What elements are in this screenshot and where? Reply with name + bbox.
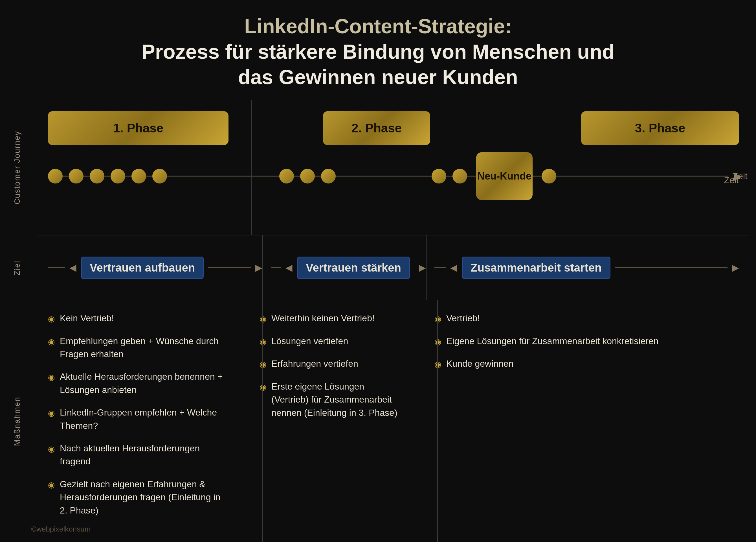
bullet-icon-2-1: ◉: [260, 313, 266, 325]
bullet-2-2: ◉ Lösungen vertiefen: [260, 335, 403, 348]
ziel-arrow-1r: ▶: [255, 262, 262, 273]
bullet-2-1: ◉ Weiterhin keinen Vertrieb!: [260, 312, 403, 325]
phase1-circles: [48, 169, 167, 183]
bullet-icon-1-6: ◉: [48, 479, 55, 491]
bullet-icon-2-2: ◉: [260, 336, 266, 348]
bullet-icon-1-1: ◉: [48, 313, 55, 325]
bullet-icon-2-4: ◉: [260, 382, 266, 393]
phase2-box: 2. Phase: [323, 111, 430, 145]
circle-1: [48, 169, 63, 183]
timeline-row: ▶: [37, 156, 750, 196]
ziel-arrow-2r: ▶: [419, 262, 426, 273]
ziel-line-3a: [434, 267, 446, 268]
phase3-circles: Neu-Kunde: [432, 152, 556, 200]
bullet-2-3: ◉ Erfahrungen vertiefen: [260, 357, 403, 370]
v-divider-2: [415, 100, 415, 235]
circle-5: [131, 169, 146, 183]
phase-section: 1. Phase 2. Phase 3. Phase ▶: [37, 100, 750, 235]
massnahmen-section: ◉ Kein Vertrieb! ◉ Empfehlungen geben + …: [37, 301, 750, 542]
ziel-line-2a: [271, 267, 281, 268]
massnahmen-col1: ◉ Kein Vertrieb! ◉ Empfehlungen geben + …: [48, 312, 245, 534]
v-divider-1: [251, 100, 252, 235]
phase2-circles: [279, 169, 336, 183]
bullet-1-3: ◉ Aktuelle Herausforderungen benennen + …: [48, 370, 228, 396]
bullet-1-5: ◉ Nach aktuellen Herausforderungen frage…: [48, 442, 228, 468]
ziel-section: ◀ Vertrauen aufbauen ▶ ◀ Vertrauen stärk…: [37, 235, 750, 301]
bullet-1-1: ◉ Kein Vertrieb!: [48, 312, 228, 325]
mass-v-divider-2: [437, 301, 438, 542]
title-prefix: LinkedIn-Content-Strategie:: [244, 15, 512, 38]
bullet-icon-1-5: ◉: [48, 444, 55, 455]
copyright: ©webpixelkonsum: [31, 525, 91, 534]
bullet-icon-3-2: ◉: [434, 336, 441, 348]
ziel-arrow-3: ◀: [450, 262, 457, 273]
circle-10: [432, 169, 446, 183]
bullet-1-4: ◉ LinkedIn-Gruppen empfehlen + Welche Th…: [48, 406, 228, 432]
circle-3: [90, 169, 104, 183]
ziel-label-1: Vertrauen aufbauen: [81, 256, 204, 279]
circle-9: [321, 169, 336, 183]
circle-12: [542, 169, 556, 183]
circle-11: [452, 169, 467, 183]
ziel-arrow-1: ◀: [69, 262, 76, 273]
ziel-arrow-2: ◀: [285, 262, 293, 273]
bullet-3-2: ◉ Eigene Lösungen für Zusammenarbeit kon…: [434, 335, 739, 348]
ziel-block-2: ◀ Vertrauen stärken ▶: [262, 256, 426, 279]
phase1-box: 1. Phase: [48, 111, 228, 145]
ziel-arrow-3r: ▶: [732, 262, 739, 273]
main-content: Customer Journey Ziel Maßnahmen 1. Phase…: [0, 100, 756, 542]
bullet-icon-1-2: ◉: [48, 336, 55, 348]
ziel-row: ◀ Vertrauen aufbauen ▶ ◀ Vertrauen stärk…: [48, 256, 739, 279]
ziel-line-1b: [208, 267, 251, 268]
zeit-label-outer: Zeit: [724, 175, 739, 185]
content-area: 1. Phase 2. Phase 3. Phase ▶: [28, 100, 750, 542]
massnahmen-col2: ◉ Weiterhin keinen Vertrieb! ◉ Lösungen …: [245, 312, 420, 534]
sidebar-ziel: Ziel: [6, 235, 28, 301]
bullet-icon-3-1: ◉: [434, 313, 441, 325]
massnahmen-col3: ◉ Vertrieb! ◉ Eigene Lösungen für Zusamm…: [420, 312, 739, 534]
ziel-block-1: ◀ Vertrauen aufbauen ▶: [48, 256, 262, 279]
sidebar-massnahmen: Maßnahmen: [6, 301, 28, 542]
phase3-box: 3. Phase: [581, 111, 739, 145]
ziel-label-2: Vertrauen stärken: [297, 256, 410, 279]
circle-4: [111, 169, 125, 183]
page-wrapper: LinkedIn-Content-Strategie: Prozess für …: [0, 0, 756, 542]
title-bold-line1: Prozess für stärkere Bindung von Mensche…: [142, 40, 614, 88]
sidebar-customer-journey: Customer Journey: [6, 100, 28, 235]
bullet-2-4: ◉ Erste eigene Lösungen (Vertrieb) für Z…: [260, 380, 403, 419]
ziel-v-divider-2: [426, 235, 427, 300]
circle-2: [69, 169, 83, 183]
bullet-1-2: ◉ Empfehlungen geben + Wünsche durch Fra…: [48, 335, 228, 361]
mass-v-divider-1: [262, 301, 263, 542]
ziel-block-3: ◀ Zusammenarbeit starten ▶: [426, 256, 739, 279]
page-title: LinkedIn-Content-Strategie: Prozess für …: [23, 14, 733, 90]
ziel-v-divider-1: [262, 235, 263, 300]
phase-boxes-row: 1. Phase 2. Phase 3. Phase: [37, 100, 750, 145]
ziel-line-1a: [48, 267, 65, 268]
sidebar-labels: Customer Journey Ziel Maßnahmen: [6, 100, 28, 542]
header: LinkedIn-Content-Strategie: Prozess für …: [0, 0, 756, 100]
bullet-icon-1-4: ◉: [48, 408, 55, 419]
bullet-3-1: ◉ Vertrieb!: [434, 312, 739, 325]
bullet-icon-1-3: ◉: [48, 372, 55, 383]
bullet-icon-2-3: ◉: [260, 359, 266, 370]
circle-7: [279, 169, 294, 183]
ziel-label-3: Zusammenarbeit starten: [462, 256, 610, 279]
bullet-1-6: ◉ Gezielt nach eigenen Erfahrungen & Her…: [48, 478, 228, 517]
circle-6: [152, 169, 167, 183]
bullet-icon-3-3: ◉: [434, 359, 441, 370]
circle-8: [300, 169, 315, 183]
ziel-line-3b: [615, 267, 728, 268]
neukunde-box: Neu-Kunde: [476, 152, 533, 200]
bullet-3-3: ◉ Kunde gewinnen: [434, 357, 739, 370]
